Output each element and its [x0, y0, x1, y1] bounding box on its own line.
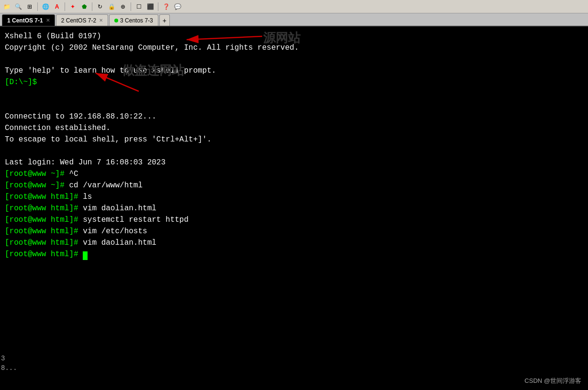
local-prompt: [D:\~]$ [5, 78, 37, 87]
terminal[interactable]: Xshell 6 (Build 0197) Copyright (c) 2002… [0, 27, 588, 390]
terminal-line-cmd5: [root@www html]# systemctl restart httpd [5, 214, 583, 226]
terminal-line-connecting: Connecting to 192.168.88.10:22... [5, 111, 583, 122]
side-number-8: 8... [1, 363, 17, 373]
terminal-line-cmd8: [root@www html]# [5, 249, 583, 260]
terminal-line-lastlogin: Last login: Wed Jun 7 16:08:03 2023 [5, 157, 583, 168]
cmd8-prompt: [root@www html]# [5, 250, 78, 259]
toolbar-separator-4 [131, 2, 131, 11]
cmd4-prompt: [root@www html]# [5, 204, 78, 213]
folder-icon[interactable]: 📁 [2, 2, 11, 11]
grid-icon[interactable]: ⊞ [25, 2, 34, 11]
refresh-icon[interactable]: ↻ [95, 2, 105, 11]
tab-label: 1 CentOS 7-1 [7, 17, 43, 24]
text-icon[interactable]: A [52, 2, 62, 11]
toolbar-separator [37, 2, 38, 11]
established-text: Connection established. [5, 124, 111, 132]
cmd4-text: vim daolian.html [83, 204, 156, 213]
tab-centos7-3[interactable]: 3 Centos 7-3 [109, 14, 158, 26]
terminal-line-cmd1: [root@www ~]# ^C [5, 168, 583, 180]
terminal-line-cmd7: [root@www html]# vim daolian.html [5, 237, 583, 249]
toolbar-separator-2 [65, 2, 65, 11]
help-text: Type 'help' to learn how to use Xshell p… [5, 66, 216, 75]
tab-add-button[interactable]: + [159, 14, 170, 26]
cmd2-prompt: [root@www ~]# [5, 181, 65, 190]
xshell-title: Xshell 6 (Build 0197) [5, 32, 101, 41]
annotation-yuan: 源网站 [263, 30, 300, 46]
monitor-icon[interactable]: ⬛ [145, 2, 155, 11]
copyright-text: Copyright (c) 2002 NetSarang Computer, I… [5, 43, 299, 52]
terminal-line-help: Type 'help' to learn how to use Xshell p… [5, 65, 583, 76]
cmd7-prompt: [root@www html]# [5, 238, 78, 247]
lock-icon[interactable]: 🔒 [107, 2, 116, 11]
tab-dot-icon [114, 19, 118, 22]
green-icon[interactable]: ⬟ [79, 2, 89, 11]
cmd6-text: vim /etc/hosts [83, 227, 147, 236]
cmd3-text: ls [83, 193, 92, 201]
tab-label: 3 Centos 7-3 [120, 17, 153, 24]
terminal-line-cmd3: [root@www html]# ls [5, 191, 583, 203]
tab-close-icon[interactable]: ✕ [46, 18, 50, 23]
globe-icon[interactable]: 🌐 [41, 2, 50, 11]
terminal-line-blank1 [5, 54, 583, 65]
terminal-line-cmd6: [root@www html]# vim /etc/hosts [5, 226, 583, 237]
side-number-3: 3 [1, 354, 5, 364]
terminal-line-prompt1: [D:\~]$ [5, 76, 583, 88]
tabbar: 1 CentOS 7-1 ✕ 2 CentOS 7-2 ✕ 3 Centos 7… [0, 13, 588, 27]
toolbar-separator-3 [92, 2, 92, 11]
terminal-cursor [83, 251, 88, 260]
terminal-line-cmd2: [root@www ~]# cd /var/www/html [5, 180, 583, 191]
cmd1-text: ^C [69, 170, 78, 178]
cmd5-prompt: [root@www html]# [5, 216, 78, 224]
tab-close-icon-2[interactable]: ✕ [99, 18, 103, 23]
cmd1-prompt: [root@www ~]# [5, 170, 65, 178]
star-icon[interactable]: ✦ [68, 2, 78, 11]
terminal-line-blank4 [5, 145, 583, 157]
search-icon[interactable]: 🔍 [13, 2, 23, 11]
toolbar: 📁 🔍 ⊞ 🌐 A ✦ ⬟ ↻ 🔒 ⊕ ☐ ⬛ ❓ 💬 [0, 0, 588, 13]
terminal-line-established: Connection established. [5, 122, 583, 134]
cmd5-text: systemctl restart httpd [83, 216, 189, 224]
question-icon[interactable]: ❓ [161, 2, 171, 11]
cmd3-prompt: [root@www html]# [5, 193, 78, 201]
tab-centos7-2[interactable]: 2 CentOS 7-2 ✕ [56, 14, 108, 26]
toolbar-separator-5 [158, 2, 158, 11]
tab-label: 2 CentOS 7-2 [61, 17, 96, 24]
chat-icon[interactable]: 💬 [173, 2, 182, 11]
connecting-text: Connecting to 192.168.88.10:22... [5, 112, 156, 121]
annotation-dao: 做盗连网站 [122, 62, 184, 79]
cmd6-prompt: [root@www html]# [5, 227, 78, 236]
lastlogin-text: Last login: Wed Jun 7 16:08:03 2023 [5, 158, 166, 167]
tab-centos7-1[interactable]: 1 CentOS 7-1 ✕ [2, 14, 55, 26]
box-icon[interactable]: ☐ [134, 2, 144, 11]
terminal-line-blank3 [5, 99, 583, 111]
watermark: CSDN @世间浮游客 [524, 376, 581, 386]
cmd7-text: vim daolian.html [83, 238, 156, 247]
terminal-line-cmd4: [root@www html]# vim daolian.html [5, 203, 583, 214]
escape-text: To escape to local shell, press 'Ctrl+Al… [5, 135, 211, 144]
terminal-line-escape: To escape to local shell, press 'Ctrl+Al… [5, 134, 583, 145]
cmd2-text: cd /var/www/html [69, 181, 143, 190]
terminal-line-blank2 [5, 88, 583, 99]
target-icon[interactable]: ⊕ [118, 2, 128, 11]
